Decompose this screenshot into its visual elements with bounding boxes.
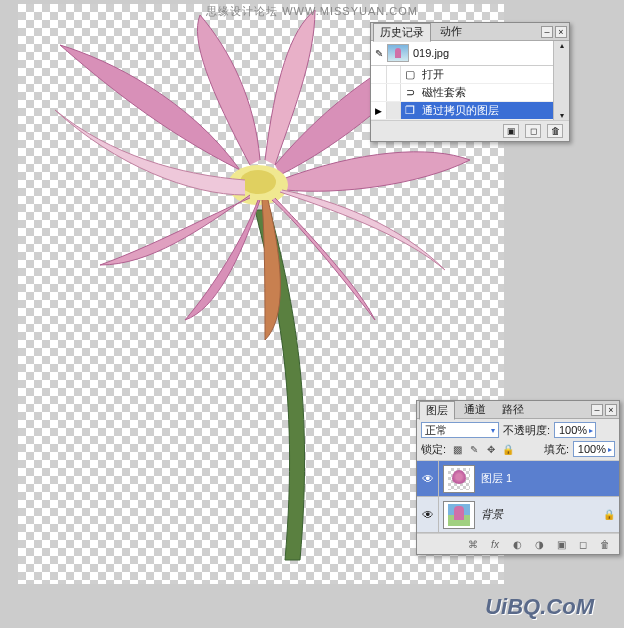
visibility-toggle[interactable]: 👁 <box>417 497 439 532</box>
history-scrollbar[interactable]: ▴ ▾ <box>553 41 569 120</box>
lock-move-icon[interactable]: ✥ <box>484 442 498 456</box>
lock-label: 锁定: <box>421 442 446 457</box>
history-snapshot-button[interactable]: ▣ <box>503 124 519 138</box>
layer-row-1[interactable]: 👁 图层 1 <box>417 461 619 497</box>
tab-channels[interactable]: 通道 <box>457 400 493 419</box>
visibility-toggle[interactable]: 👁 <box>417 461 439 496</box>
tab-layers[interactable]: 图层 <box>419 401 455 420</box>
tab-actions[interactable]: 动作 <box>433 22 469 41</box>
svg-point-1 <box>240 170 276 194</box>
layers-list: 👁 图层 1 👁 背景 🔒 <box>417 461 619 533</box>
layer-name[interactable]: 背景 <box>479 507 603 522</box>
history-item-lasso[interactable]: ⊃ 磁性套索 <box>371 84 553 102</box>
history-current-marker: ▶ <box>371 102 387 119</box>
layers-panel: 图层 通道 路径 – × 正常▾ 不透明度: 100%▸ 锁定: ▩ ✎ ✥ 🔒 <box>416 400 620 555</box>
fill-label: 填充: <box>544 442 569 457</box>
panel-minimize-icon[interactable]: – <box>591 404 603 416</box>
lock-all-icon[interactable]: 🔒 <box>501 442 515 456</box>
layer-effects-button[interactable]: fx <box>487 537 503 551</box>
history-tabs: 历史记录 动作 – × <box>371 23 569 41</box>
history-new-button[interactable]: ◻ <box>525 124 541 138</box>
layers-tabs: 图层 通道 路径 – × <box>417 401 619 419</box>
open-icon: ▢ <box>401 66 419 83</box>
fill-input[interactable]: 100%▸ <box>573 441 615 457</box>
layer-name[interactable]: 图层 1 <box>479 471 619 486</box>
layer-mask-button[interactable]: ◐ <box>509 537 525 551</box>
adjustment-layer-button[interactable]: ◑ <box>531 537 547 551</box>
panel-minimize-icon[interactable]: – <box>541 26 553 38</box>
opacity-label: 不透明度: <box>503 423 550 438</box>
layer-thumbnail <box>443 465 475 493</box>
lock-icon: 🔒 <box>603 509 619 520</box>
lock-paint-icon[interactable]: ✎ <box>467 442 481 456</box>
panel-close-icon[interactable]: × <box>605 404 617 416</box>
history-list: ▢ 打开 ⊃ 磁性套索 ▶ ❐ 通过拷贝的图层 <box>371 66 553 120</box>
lasso-icon: ⊃ <box>401 84 419 101</box>
watermark-top: 思缘设计论坛 WWW.MISSYUAN.COM <box>206 4 418 19</box>
lock-transparency-icon[interactable]: ▩ <box>450 442 464 456</box>
tab-paths[interactable]: 路径 <box>495 400 531 419</box>
opacity-input[interactable]: 100%▸ <box>554 422 596 438</box>
history-filename: 019.jpg <box>413 47 449 59</box>
history-delete-button[interactable]: 🗑 <box>547 124 563 138</box>
new-layer-button[interactable]: ◻ <box>575 537 591 551</box>
history-item-layer-copy[interactable]: ▶ ❐ 通过拷贝的图层 <box>371 102 553 120</box>
watermark-bottom: UiBQ.CoM <box>485 594 594 620</box>
history-item-open[interactable]: ▢ 打开 <box>371 66 553 84</box>
layer-thumbnail <box>443 501 475 529</box>
delete-layer-button[interactable]: 🗑 <box>597 537 613 551</box>
layer-copy-icon: ❐ <box>401 102 419 119</box>
tab-history[interactable]: 历史记录 <box>373 23 431 42</box>
blend-mode-select[interactable]: 正常▾ <box>421 422 499 438</box>
layer-group-button[interactable]: ▣ <box>553 537 569 551</box>
panel-close-icon[interactable]: × <box>555 26 567 38</box>
history-source-row[interactable]: ✎ 019.jpg <box>371 41 553 66</box>
layer-row-background[interactable]: 👁 背景 🔒 <box>417 497 619 533</box>
history-panel: 历史记录 动作 – × ✎ 019.jpg ▢ 打开 ⊃ <box>370 22 570 142</box>
link-layers-button[interactable]: ⌘ <box>465 537 481 551</box>
brush-source-icon: ✎ <box>375 48 383 59</box>
history-thumbnail <box>387 44 409 62</box>
